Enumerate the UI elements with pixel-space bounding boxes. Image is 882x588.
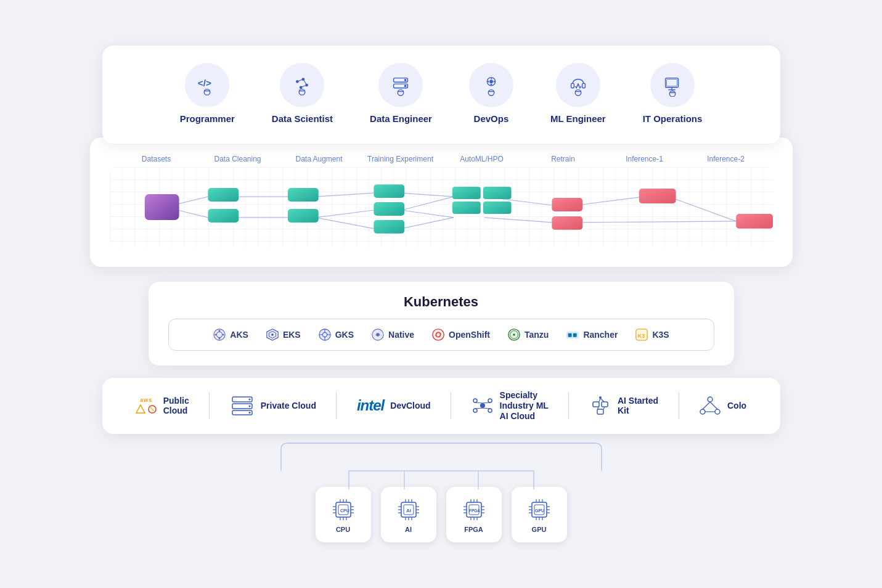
svg-rect-110 bbox=[597, 409, 603, 414]
svg-point-101 bbox=[488, 399, 492, 402]
aws-logo-group: aws bbox=[136, 397, 157, 414]
svg-line-45 bbox=[576, 197, 644, 205]
role-devops: DevOps bbox=[469, 63, 513, 124]
svg-point-16 bbox=[398, 90, 404, 96]
gcp-icon bbox=[147, 404, 157, 414]
svg-point-96 bbox=[248, 399, 250, 401]
svg-point-10 bbox=[300, 89, 306, 96]
divider-2 bbox=[336, 392, 337, 419]
k8s-tanzu: Tanzu bbox=[507, 328, 549, 341]
svg-rect-22 bbox=[571, 83, 574, 88]
svg-text:K3: K3 bbox=[638, 333, 645, 339]
openshift-icon bbox=[431, 328, 445, 341]
svg-line-107 bbox=[483, 408, 490, 409]
svg-point-1 bbox=[204, 89, 210, 96]
svg-point-14 bbox=[404, 79, 407, 81]
cpu-chip: CPU CPU bbox=[316, 487, 371, 542]
pipeline-visual bbox=[110, 167, 773, 247]
cloud-card: aws PublicCloud bbox=[102, 378, 780, 433]
svg-point-15 bbox=[404, 85, 407, 88]
server-stack-icon bbox=[230, 396, 255, 415]
ai-chip-box: AI AI bbox=[381, 487, 436, 542]
svg-point-97 bbox=[248, 406, 250, 407]
aks-label: AKS bbox=[230, 330, 248, 340]
ai-kit-label: AI StartedKit bbox=[618, 396, 658, 417]
stage-label-automl: AutoML/HPO bbox=[441, 155, 523, 163]
svg-rect-57 bbox=[483, 187, 511, 199]
svg-point-24 bbox=[575, 90, 581, 96]
k3s-label: K3S bbox=[652, 330, 669, 340]
svg-line-42 bbox=[401, 210, 454, 218]
rancher-icon bbox=[566, 328, 579, 341]
svg-line-37 bbox=[315, 210, 374, 218]
k8s-openshift: OpenShift bbox=[431, 328, 490, 341]
svg-point-69 bbox=[223, 334, 224, 336]
svg-point-19 bbox=[489, 80, 493, 84]
svg-point-117 bbox=[700, 409, 705, 414]
devops-icon-circle bbox=[469, 63, 513, 107]
devcloud-label: DevCloud bbox=[390, 401, 430, 411]
svg-line-41 bbox=[401, 218, 454, 229]
fpga-label: FPGA bbox=[464, 526, 483, 533]
ai-label: AI bbox=[405, 526, 412, 533]
svg-point-98 bbox=[248, 412, 250, 414]
svg-point-102 bbox=[473, 409, 477, 412]
svg-point-115 bbox=[599, 396, 602, 399]
svg-text:CPU: CPU bbox=[340, 508, 349, 513]
svg-rect-58 bbox=[452, 202, 480, 214]
svg-point-99 bbox=[480, 403, 485, 408]
hw-connector-svg bbox=[256, 440, 626, 489]
svg-rect-48 bbox=[144, 194, 179, 220]
gpu-chip: GPU GPU bbox=[512, 487, 567, 542]
aks-icon bbox=[213, 328, 226, 341]
aws-icon bbox=[136, 404, 145, 414]
svg-line-106 bbox=[475, 408, 483, 409]
rancher-label: Rancher bbox=[583, 330, 618, 340]
svg-point-72 bbox=[271, 333, 274, 336]
cloud-ai-kit: AI StartedKit bbox=[582, 394, 666, 417]
stage-label-training: Training Experiment bbox=[360, 155, 441, 163]
svg-point-68 bbox=[215, 334, 217, 336]
svg-point-66 bbox=[219, 330, 221, 332]
divider-4 bbox=[568, 392, 569, 419]
stage-label-retrain: Retrain bbox=[523, 155, 604, 163]
divider-1 bbox=[209, 392, 210, 419]
kubernetes-inner: AKS EKS bbox=[168, 319, 714, 351]
svg-point-103 bbox=[488, 409, 492, 412]
cpu-icon: CPU bbox=[330, 496, 357, 523]
gpu-icon: GPU bbox=[526, 496, 553, 523]
svg-line-114 bbox=[600, 398, 604, 402]
svg-text:FPGA: FPGA bbox=[469, 508, 480, 513]
svg-line-119 bbox=[703, 402, 710, 409]
k8s-rancher: Rancher bbox=[566, 328, 618, 341]
pipeline-card: Datasets Data Cleaning Data Augment Trai… bbox=[90, 137, 793, 267]
public-cloud-label: PublicCloud bbox=[163, 396, 189, 417]
svg-rect-61 bbox=[552, 216, 582, 230]
kubernetes-card: Kubernetes AKS bbox=[149, 282, 734, 365]
cloud-specialty: SpecialtyIndustry MLAI Cloud bbox=[464, 390, 556, 421]
programmer-label: Programmer bbox=[180, 113, 235, 124]
intel-logo: intel bbox=[357, 397, 384, 414]
svg-point-100 bbox=[473, 399, 477, 402]
cloud-devcloud: intel DevCloud bbox=[349, 397, 438, 414]
fpga-chip: FPGA FPGA bbox=[446, 487, 502, 542]
native-icon bbox=[371, 328, 385, 341]
hw-chips-row: CPU CPU bbox=[316, 487, 567, 542]
aws-text: aws bbox=[140, 397, 152, 403]
k3s-icon: K3 bbox=[635, 328, 648, 341]
svg-rect-63 bbox=[736, 214, 773, 229]
k8s-k3s: K3 K3S bbox=[635, 328, 669, 341]
it-operations-label: IT Operations bbox=[643, 113, 703, 124]
svg-line-46 bbox=[576, 221, 736, 223]
ai-chip-icon: AI bbox=[395, 496, 422, 523]
cpu-label: CPU bbox=[336, 526, 350, 533]
svg-point-3 bbox=[296, 80, 299, 83]
native-label: Native bbox=[388, 330, 414, 340]
pipeline-svg bbox=[110, 167, 773, 247]
gpu-label: GPU bbox=[532, 526, 547, 533]
svg-line-47 bbox=[668, 197, 736, 221]
data-scientist-icon-circle bbox=[280, 63, 324, 107]
svg-rect-56 bbox=[452, 187, 480, 199]
svg-point-81 bbox=[433, 329, 444, 340]
cloud-logos-row bbox=[136, 404, 157, 414]
